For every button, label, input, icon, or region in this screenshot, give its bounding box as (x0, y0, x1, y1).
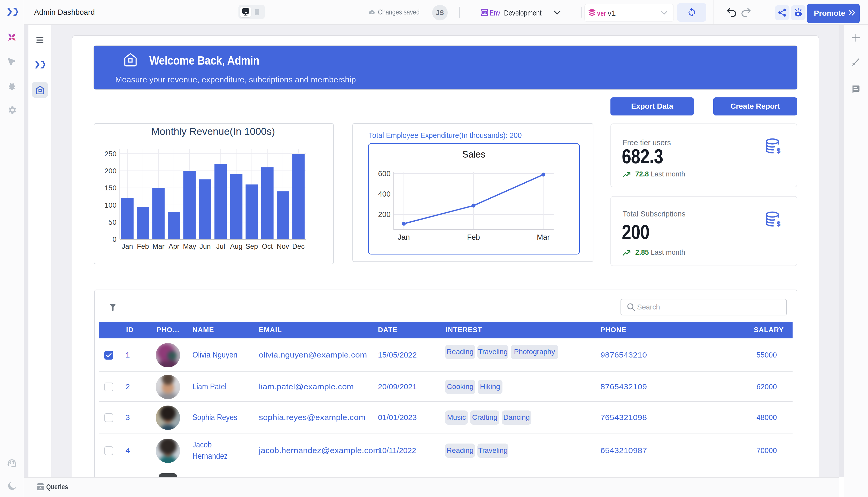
svg-text:50: 50 (109, 218, 116, 226)
svg-text:Feb: Feb (137, 243, 149, 250)
svg-text:Nov: Nov (277, 243, 289, 250)
svg-text:Monthly Revenue(In 1000s): Monthly Revenue(In 1000s) (151, 126, 275, 137)
svg-text:200: 200 (104, 167, 116, 175)
svg-text:{x}: {x} (483, 11, 486, 14)
svg-text:May: May (183, 243, 196, 250)
svg-text:Dec: Dec (292, 243, 304, 250)
svg-text:Sep: Sep (246, 243, 258, 250)
svg-text:Jan: Jan (398, 233, 410, 241)
svg-text:$: $ (777, 147, 780, 155)
svg-text:Sales: Sales (462, 149, 485, 160)
svg-text:Jul: Jul (216, 243, 225, 250)
svg-text:Jun: Jun (199, 243, 211, 250)
svg-text:Apr: Apr (169, 243, 180, 250)
svg-text:$: $ (777, 220, 780, 228)
svg-text:150: 150 (104, 184, 116, 192)
svg-text:250: 250 (104, 150, 116, 158)
svg-text:Feb: Feb (467, 233, 480, 241)
svg-text:Mar: Mar (153, 243, 165, 250)
svg-text:600: 600 (378, 169, 390, 178)
svg-text:400: 400 (378, 190, 390, 198)
svg-text:200: 200 (378, 210, 390, 218)
svg-text:Aug: Aug (230, 243, 242, 250)
svg-text:0: 0 (112, 235, 116, 243)
svg-text:Mar: Mar (537, 233, 550, 241)
svg-text:Jan: Jan (122, 243, 133, 250)
svg-text:100: 100 (104, 201, 116, 209)
svg-text:Oct: Oct (262, 243, 273, 250)
